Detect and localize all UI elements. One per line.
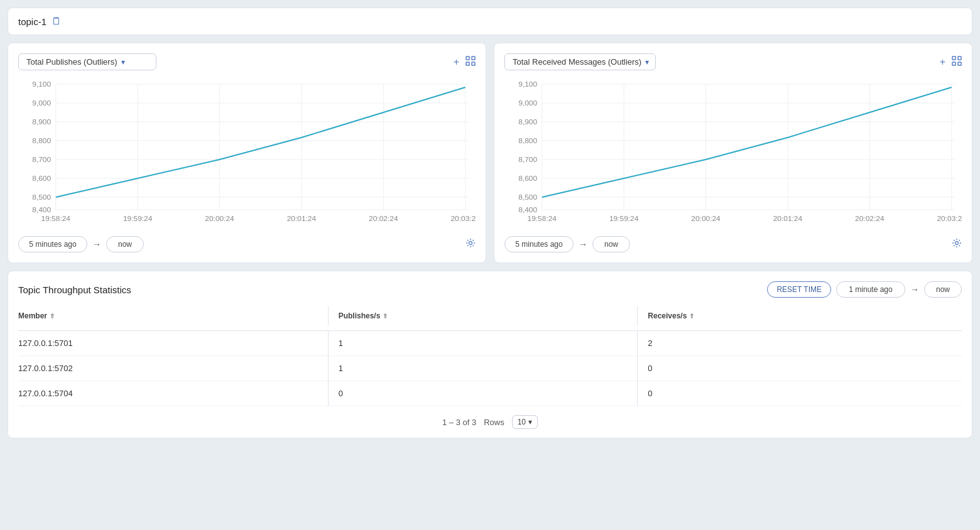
cell-publishes-3: 0 [328, 381, 638, 406]
svg-rect-34 [958, 57, 961, 60]
right-chart-dropdown-arrow: ▾ [645, 58, 649, 67]
right-chart-footer: 5 minutes ago → now [504, 236, 962, 252]
cell-receives-2: 0 [637, 356, 947, 381]
left-chart-header: Total Publishes (Outliers) ▾ + [18, 53, 476, 70]
doc-icon: 🗒 [52, 16, 62, 27]
left-chart-plus-btn[interactable]: + [454, 57, 459, 68]
svg-point-65 [956, 242, 959, 245]
charts-row: Total Publishes (Outliers) ▾ + [8, 43, 972, 263]
right-chart-to-input[interactable]: now [592, 236, 630, 252]
svg-text:19:58:24: 19:58:24 [528, 215, 557, 222]
svg-rect-35 [952, 62, 956, 65]
left-chart-from-input[interactable]: 5 minutes ago [18, 236, 87, 252]
stats-arrow-icon: → [910, 284, 919, 295]
right-chart-plus-btn[interactable]: + [940, 57, 945, 68]
stats-panel: Topic Throughput Statistics RESET TIME 1… [8, 271, 972, 438]
svg-text:8,600: 8,600 [518, 175, 537, 181]
svg-text:8,800: 8,800 [518, 137, 537, 144]
svg-text:9,000: 9,000 [32, 99, 51, 106]
svg-point-32 [469, 242, 472, 245]
svg-text:8,700: 8,700 [518, 156, 537, 163]
table-row: 127.0.0.1:5701 1 2 [18, 331, 962, 356]
svg-text:20:03:24: 20:03:24 [937, 215, 962, 222]
cell-publishes-1: 1 [328, 331, 638, 355]
left-chart-arrow-icon: → [92, 239, 101, 249]
table-row: 127.0.0.1:5704 0 0 [18, 381, 962, 406]
right-chart-from-input[interactable]: 5 minutes ago [504, 236, 574, 252]
stats-from-input[interactable]: 1 minute ago [836, 281, 905, 298]
svg-text:8,700: 8,700 [32, 156, 51, 163]
left-chart-svg: 9,100 9,000 8,900 8,800 8,700 8,600 8,50… [18, 78, 476, 229]
svg-text:19:59:24: 19:59:24 [123, 215, 153, 222]
right-chart-dropdown[interactable]: Total Received Messages (Outliers) ▾ [504, 53, 656, 70]
rows-label: Rows [484, 418, 504, 427]
left-chart-dropdown-label: Total Publishes (Outliers) [26, 57, 117, 67]
right-chart-actions: + [940, 56, 962, 68]
cell-member-1: 127.0.0.1:5701 [18, 331, 328, 355]
svg-text:8,400: 8,400 [518, 206, 537, 213]
stats-controls: RESET TIME 1 minute ago → now [767, 281, 962, 298]
svg-rect-2 [466, 62, 469, 65]
left-chart-actions: + [454, 56, 476, 68]
right-chart-area: 9,100 9,000 8,900 8,800 8,700 8,600 8,50… [504, 78, 962, 229]
left-chart-gear-icon[interactable] [466, 238, 476, 251]
member-sort-icon: ⇑ [50, 313, 55, 320]
svg-text:20:00:24: 20:00:24 [205, 215, 234, 222]
receives-sort-icon: ⇑ [689, 313, 694, 320]
svg-text:8,500: 8,500 [32, 193, 51, 200]
svg-rect-33 [952, 57, 956, 60]
svg-text:20:03:24: 20:03:24 [450, 215, 476, 222]
pagination-info: 1 – 3 of 3 [442, 418, 476, 427]
svg-rect-36 [958, 62, 961, 65]
svg-text:20:02:24: 20:02:24 [855, 215, 885, 222]
table-row: 127.0.0.1:5702 1 0 [18, 356, 962, 381]
page-title: topic-1 [18, 16, 46, 27]
column-header-member[interactable]: Member ⇑ [18, 306, 328, 325]
reset-time-button[interactable]: RESET TIME [767, 281, 831, 298]
stats-table: Member ⇑ Publishes/s ⇑ Receives/s ⇑ 127.… [18, 306, 962, 406]
cell-member-3: 127.0.0.1:5704 [18, 381, 328, 406]
left-chart-area: 9,100 9,000 8,900 8,800 8,700 8,600 8,50… [18, 78, 476, 229]
right-chart-svg: 9,100 9,000 8,900 8,800 8,700 8,600 8,50… [504, 78, 962, 229]
svg-text:8,800: 8,800 [32, 137, 51, 144]
rows-select-arrow: ▾ [528, 418, 532, 426]
left-chart-to-input[interactable]: now [106, 236, 144, 252]
right-chart-gear-icon[interactable] [952, 238, 962, 251]
cell-member-2: 127.0.0.1:5702 [18, 356, 328, 381]
svg-text:9,000: 9,000 [518, 99, 537, 106]
right-chart-dropdown-label: Total Received Messages (Outliers) [513, 57, 641, 67]
top-bar: topic-1 🗒 [8, 8, 972, 35]
stats-to-input[interactable]: now [924, 281, 962, 298]
right-chart-expand-btn[interactable] [952, 56, 962, 68]
rows-per-page-select[interactable]: 10 ▾ [512, 415, 538, 429]
column-header-receives[interactable]: Receives/s ⇑ [637, 306, 947, 325]
right-chart-panel: Total Received Messages (Outliers) ▾ + [494, 43, 972, 263]
table-footer: 1 – 3 of 3 Rows 10 ▾ [18, 406, 962, 438]
left-chart-dropdown-arrow: ▾ [121, 58, 125, 67]
left-chart-expand-btn[interactable] [466, 56, 476, 68]
svg-rect-1 [472, 57, 475, 60]
svg-text:9,100: 9,100 [32, 80, 51, 87]
svg-text:8,600: 8,600 [32, 175, 51, 181]
column-header-publishes[interactable]: Publishes/s ⇑ [328, 306, 638, 325]
svg-rect-0 [466, 57, 469, 60]
right-chart-header: Total Received Messages (Outliers) ▾ + [504, 53, 962, 70]
svg-text:20:00:24: 20:00:24 [691, 215, 721, 222]
stats-header: Topic Throughput Statistics RESET TIME 1… [18, 281, 962, 298]
publishes-sort-icon: ⇑ [383, 313, 388, 320]
svg-text:8,900: 8,900 [32, 118, 51, 125]
svg-text:9,100: 9,100 [518, 80, 537, 87]
svg-rect-3 [472, 62, 475, 65]
svg-text:8,400: 8,400 [32, 206, 51, 213]
stats-title: Topic Throughput Statistics [18, 284, 131, 295]
left-chart-panel: Total Publishes (Outliers) ▾ + [8, 43, 486, 263]
svg-text:19:58:24: 19:58:24 [41, 215, 71, 222]
svg-text:19:59:24: 19:59:24 [609, 215, 639, 222]
left-chart-footer: 5 minutes ago → now [18, 236, 476, 252]
svg-text:8,500: 8,500 [518, 193, 537, 200]
svg-text:8,900: 8,900 [518, 118, 537, 125]
left-chart-dropdown[interactable]: Total Publishes (Outliers) ▾ [18, 53, 156, 70]
table-header: Member ⇑ Publishes/s ⇑ Receives/s ⇑ [18, 306, 962, 331]
svg-text:20:02:24: 20:02:24 [369, 215, 398, 222]
cell-receives-1: 2 [637, 331, 947, 355]
